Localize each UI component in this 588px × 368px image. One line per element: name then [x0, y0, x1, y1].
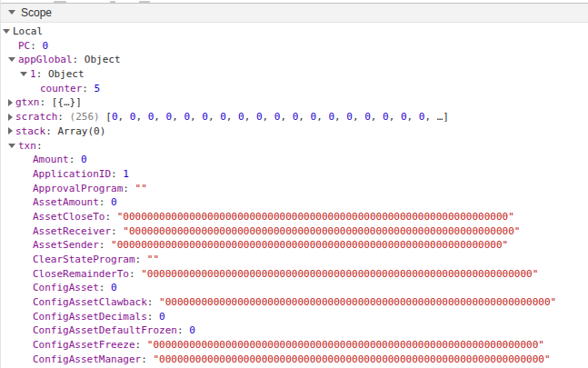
- token: "": [135, 183, 147, 194]
- scope-row-configassetdecimals[interactable]: ConfigAssetDecimals: 0: [1, 310, 588, 324]
- token: :: [129, 268, 141, 280]
- scope-row-closeremainderto[interactable]: CloseRemainderTo: "000000000000000000000…: [1, 267, 588, 282]
- scope-row-gtxn[interactable]: gtxn: [{…}]: [1, 95, 588, 110]
- section-title: Scope: [21, 6, 52, 19]
- token: appGlobal: [18, 54, 73, 65]
- token: ,: [154, 111, 165, 123]
- token: ,: [407, 111, 419, 123]
- scope-row-configasset[interactable]: ConfigAsset: 0: [1, 281, 588, 295]
- scope-row-counter[interactable]: counter: 5: [1, 82, 588, 96]
- token: :: [45, 125, 57, 137]
- token: ,: [389, 111, 401, 123]
- scope-row-configassetclawback[interactable]: ConfigAssetClawback: "000000000000000000…: [1, 295, 588, 310]
- token: ConfigAssetManager: [33, 353, 141, 365]
- token: 1: [30, 68, 36, 80]
- scope-row-scratch[interactable]: scratch: (256) [0, 0, 0, 0, 0, 0, 0, 0, …: [1, 110, 588, 124]
- scope-row-assetamount[interactable]: AssetAmount: 0: [1, 195, 588, 210]
- scope-row-approvalprogram[interactable]: ApprovalProgram: "": [1, 182, 588, 196]
- token: Object: [85, 54, 121, 65]
- token: counter: [40, 83, 82, 94]
- token: …]: [437, 111, 449, 123]
- scope-row-configassetmanager[interactable]: ConfigAssetManager: "0000000000000000000…: [1, 353, 588, 367]
- token: 0: [383, 111, 389, 123]
- token: 0: [112, 111, 118, 123]
- collapse-icon[interactable]: [3, 29, 10, 34]
- scope-row-appglobal[interactable]: appGlobal: Object: [1, 53, 588, 67]
- token: 0: [346, 111, 353, 123]
- token: :: [99, 239, 111, 251]
- token: CloseRemainderTo: [33, 268, 129, 280]
- token: :: [36, 68, 48, 80]
- token: 0: [364, 111, 371, 123]
- scope-panel: Scope LocalPC: 0appGlobal: Object1: Obje…: [0, 0, 588, 368]
- scope-row-local[interactable]: Local: [1, 25, 588, 39]
- token: [{…}]: [52, 96, 82, 108]
- collapse-icon[interactable]: [20, 72, 27, 76]
- token: ,: [298, 111, 310, 123]
- token: ,: [208, 111, 220, 123]
- token: ApplicationID: [33, 168, 111, 180]
- token: Array(0): [57, 125, 105, 137]
- token: txn: [18, 140, 36, 152]
- token: gtxn: [15, 96, 40, 108]
- token: ,: [353, 111, 364, 123]
- token: :: [99, 196, 111, 208]
- token: :: [141, 353, 153, 365]
- scope-tree: LocalPC: 0appGlobal: Object1: Objectcoun…: [1, 23, 588, 367]
- token: Amount: [33, 154, 69, 165]
- token: "000000000000000000000000000000000000000…: [111, 239, 508, 251]
- token: 0: [401, 111, 407, 123]
- scope-row-appglobal-1[interactable]: 1: Object: [1, 67, 588, 82]
- token: 0: [256, 111, 263, 123]
- scope-row-applicationid[interactable]: ApplicationID: 1: [1, 167, 588, 182]
- token: 0: [159, 311, 165, 323]
- scope-row-amount[interactable]: Amount: 0: [1, 153, 588, 167]
- scope-row-configassetfreeze[interactable]: ConfigAssetFreeze: "00000000000000000000…: [1, 338, 588, 353]
- expand-icon[interactable]: [8, 99, 13, 106]
- expand-icon[interactable]: [8, 127, 13, 134]
- expand-icon[interactable]: [8, 114, 13, 121]
- token: 0: [238, 111, 244, 123]
- token: Object: [48, 68, 85, 80]
- collapse-icon[interactable]: [8, 57, 15, 62]
- token: :: [111, 225, 123, 237]
- token: :: [36, 140, 43, 152]
- token: :: [177, 324, 189, 336]
- token: 0: [81, 154, 87, 165]
- scope-row-pc[interactable]: PC: 0: [1, 39, 588, 54]
- scope-section-header[interactable]: Scope: [1, 3, 588, 23]
- token: "": [147, 254, 159, 265]
- scope-row-assetreceiver[interactable]: AssetReceiver: "000000000000000000000000…: [1, 224, 588, 239]
- token: AssetReceiver: [33, 225, 111, 237]
- clipped-text-fragment: [139, 1, 150, 3]
- token: stack: [15, 125, 45, 137]
- token: ,: [280, 111, 292, 123]
- scope-row-assetcloseto[interactable]: AssetCloseTo: "0000000000000000000000000…: [1, 210, 588, 224]
- token: ,: [316, 111, 328, 123]
- token: ,: [263, 111, 274, 123]
- token: :: [111, 168, 123, 180]
- scope-row-configassetdefaultfrozen[interactable]: ConfigAssetDefaultFrozen: 0: [1, 323, 588, 338]
- token: AssetSender: [33, 239, 99, 251]
- collapse-icon[interactable]: [8, 144, 15, 148]
- token: ,: [172, 111, 184, 123]
- scope-row-assetsender[interactable]: AssetSender: "00000000000000000000000000…: [1, 238, 588, 253]
- token: ,: [334, 111, 346, 123]
- section-collapse-icon[interactable]: [8, 10, 15, 15]
- token: scratch: [15, 111, 57, 123]
- token: :: [30, 40, 42, 52]
- token: :: [105, 211, 116, 223]
- scope-row-stack[interactable]: stack: Array(0): [1, 124, 588, 139]
- clipped-row-above: [1, 0, 588, 3]
- token: ConfigAssetFreeze: [33, 339, 135, 351]
- token: [: [105, 111, 112, 123]
- token: "000000000000000000000000000000000000000…: [153, 353, 550, 365]
- scope-row-txn[interactable]: txn:: [1, 139, 588, 154]
- scope-row-clearstateprogram[interactable]: ClearStateProgram: "": [1, 253, 588, 267]
- token: "000000000000000000000000000000000000000…: [141, 268, 538, 280]
- token: ,: [244, 111, 256, 123]
- token: :: [147, 296, 159, 308]
- token: ,: [424, 111, 436, 123]
- token: ,: [226, 111, 238, 123]
- token: :: [147, 311, 159, 323]
